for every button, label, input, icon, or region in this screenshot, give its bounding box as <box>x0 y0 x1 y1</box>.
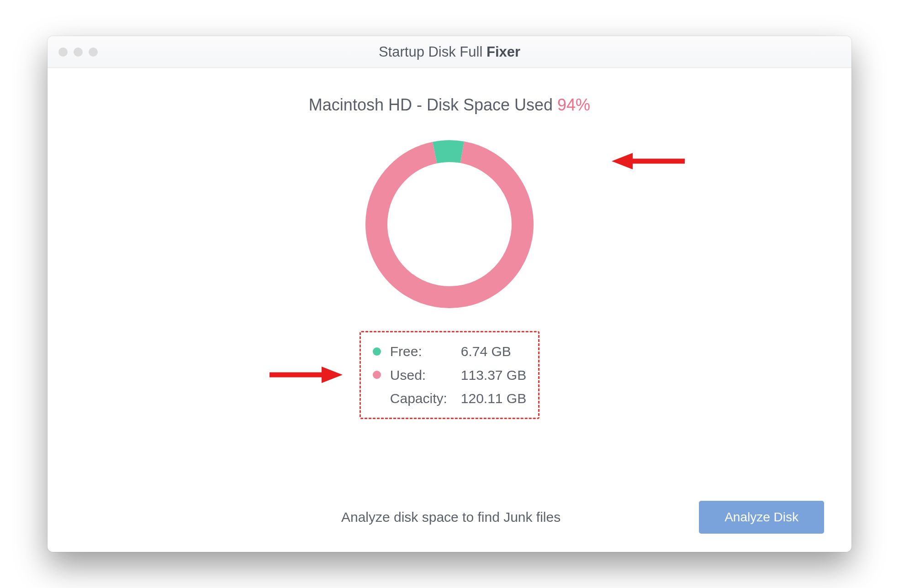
svg-marker-5 <box>322 367 343 383</box>
free-value: 6.74 GB <box>461 340 511 363</box>
titlebar: Startup Disk Full Fixer <box>48 36 851 68</box>
disk-stats-legend: Free: 6.74 GB Used: 113.37 GB Capacity: … <box>360 331 539 419</box>
maximize-window-button[interactable] <box>89 47 98 57</box>
svg-marker-1 <box>612 153 633 169</box>
heading-text: Macintosh HD - Disk Space Used <box>309 95 553 114</box>
annotation-arrow-icon <box>270 366 343 384</box>
footer-hint: Analyze disk space to find Junk files <box>75 509 699 525</box>
analyze-disk-button[interactable]: Analyze Disk <box>699 501 824 534</box>
free-color-swatch-icon <box>373 347 381 356</box>
used-color-swatch-icon <box>373 371 381 379</box>
close-window-button[interactable] <box>58 47 68 57</box>
used-value: 113.37 GB <box>461 363 526 387</box>
content-area: Macintosh HD - Disk Space Used 94% <box>48 68 851 552</box>
footer: Analyze disk space to find Junk files An… <box>75 501 824 534</box>
capacity-label: Capacity: <box>390 387 456 410</box>
legend-row-capacity: Capacity: 120.11 GB <box>373 387 526 410</box>
legend-row-used: Used: 113.37 GB <box>373 363 526 387</box>
annotation-arrow-icon <box>612 152 685 170</box>
used-label: Used: <box>390 363 456 387</box>
window-title: Startup Disk Full Fixer <box>48 44 851 60</box>
free-label: Free: <box>390 340 456 363</box>
disk-usage-heading: Macintosh HD - Disk Space Used 94% <box>309 95 590 115</box>
app-window: Startup Disk Full Fixer Macintosh HD - D… <box>48 36 851 552</box>
legend-row-free: Free: 6.74 GB <box>373 340 526 363</box>
capacity-value: 120.11 GB <box>461 387 526 410</box>
usage-percent: 94% <box>557 95 590 114</box>
title-bold: Fixer <box>487 44 520 60</box>
title-light: Startup Disk Full <box>379 44 482 60</box>
disk-usage-donut-chart <box>363 137 536 311</box>
svg-point-2 <box>365 140 534 309</box>
minimize-window-button[interactable] <box>74 47 83 57</box>
window-controls <box>58 47 98 57</box>
